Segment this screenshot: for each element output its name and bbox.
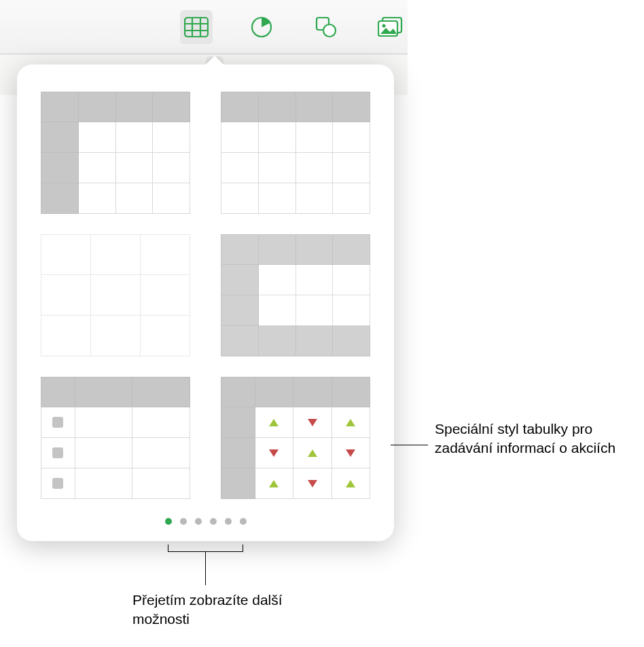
page-dot[interactable] [225,518,232,525]
table-style-header-row[interactable] [221,92,370,214]
svg-rect-0 [185,18,208,37]
svg-point-10 [382,24,386,27]
triangle-up-icon [269,480,279,487]
insert-shape-button[interactable] [310,10,343,44]
page-dot[interactable] [165,518,172,525]
media-icon [378,17,405,37]
checkbox-icon [52,417,63,428]
callout-leader [391,445,428,445]
insert-table-button[interactable] [180,10,213,44]
triangle-down-icon [346,449,355,457]
table-style-header-footer[interactable] [221,234,370,356]
callout-leader [205,551,206,585]
popover-arrow [206,56,223,65]
callout-stock-style: Speciální styl tabulky pro zadávání info… [435,420,639,458]
toolbar [0,0,408,54]
page-dot[interactable] [240,518,247,525]
page-indicator[interactable] [41,518,370,525]
checkbox-icon [52,447,63,458]
callout-leader [168,544,168,551]
table-styles-grid [41,92,370,499]
table-styles-popover [17,64,394,541]
table-style-plain[interactable] [41,234,190,356]
page-dot[interactable] [195,518,202,525]
page-dot[interactable] [180,518,187,525]
triangle-down-icon [308,480,317,487]
table-icon [184,17,209,37]
callout-leader [243,544,243,551]
triangle-up-icon [346,419,355,426]
table-style-header-row-col[interactable] [41,92,190,214]
triangle-down-icon [308,419,317,426]
triangle-up-icon [308,449,317,457]
triangle-up-icon [346,480,355,487]
shape-icon [315,16,338,39]
triangle-down-icon [269,449,279,457]
table-style-stock[interactable] [221,377,370,499]
table-style-checklist[interactable] [41,377,190,499]
svg-point-7 [323,24,336,37]
insert-chart-button[interactable] [245,10,278,44]
insert-media-button[interactable] [375,10,408,44]
callout-swipe-hint: Přejetím zobrazíte další možnosti [132,591,309,629]
triangle-up-icon [269,419,279,426]
chart-icon [250,16,273,39]
checkbox-icon [52,478,63,489]
page-dot[interactable] [210,518,217,525]
